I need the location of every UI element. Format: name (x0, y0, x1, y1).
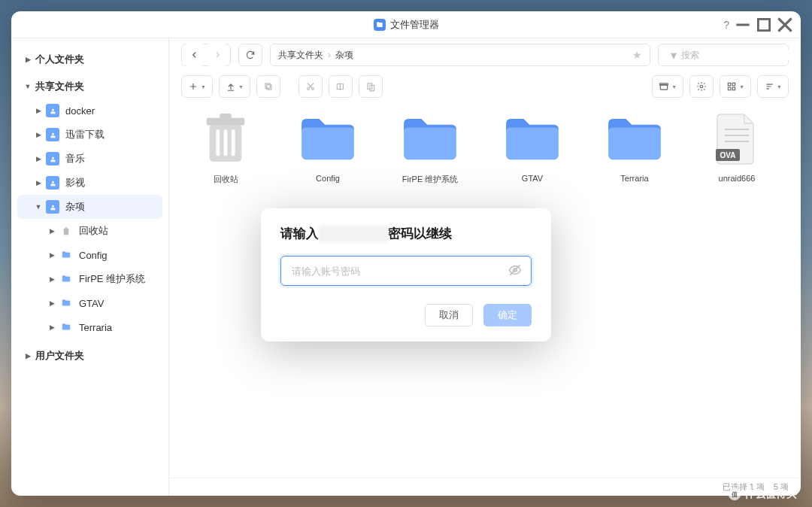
sidebar-item-terraria[interactable]: ▶ Terraria (17, 315, 162, 339)
caret-right-icon: ▶ (47, 275, 56, 283)
forward-button[interactable] (206, 44, 229, 66)
sidebar-item-music[interactable]: ▶ 音乐 (17, 147, 162, 171)
help-icon[interactable]: ? (723, 19, 729, 31)
password-input[interactable] (292, 266, 501, 277)
sidebar-item-config[interactable]: ▶ Config (17, 243, 162, 267)
breadcrumb-sep-icon: › (328, 50, 331, 60)
upload-button[interactable]: ▼ (219, 75, 250, 98)
sidebar-section-personal[interactable]: ▶ 个人文件夹 (17, 47, 162, 71)
grid-item-gtav[interactable]: GTAV (491, 109, 574, 185)
paste-button[interactable] (359, 75, 383, 98)
share-folder-icon (46, 200, 59, 214)
caret-right-icon: ▶ (34, 107, 43, 114)
eye-icon[interactable] (508, 263, 522, 279)
sidebar-item-recycle[interactable]: ▶ 回收站 (17, 219, 162, 243)
sidebar-item-label: 影视 (65, 176, 85, 190)
breadcrumb-segment[interactable]: 共享文件夹 (278, 49, 323, 62)
search-dropdown-icon[interactable]: ▾ (671, 48, 677, 62)
sidebar-item-video[interactable]: ▶ 影视 (17, 171, 162, 195)
folder-icon (503, 116, 562, 162)
sidebar-section-label: 共享文件夹 (35, 80, 84, 93)
ova-file-icon: OVA (716, 113, 758, 165)
copy-button[interactable] (256, 75, 280, 98)
sidebar-item-label: 迅雷下载 (65, 128, 105, 141)
svg-rect-8 (267, 85, 271, 90)
svg-rect-20 (732, 83, 735, 86)
action-toolbar: ▼ ▼ (169, 71, 801, 102)
share-folder-icon (46, 128, 59, 141)
share-folder-icon (46, 104, 59, 117)
svg-rect-1 (758, 19, 769, 30)
caret-right-icon: ▶ (34, 155, 43, 162)
settings-button[interactable] (689, 75, 714, 98)
grid-item-label: GTAV (522, 174, 543, 183)
trash-icon (203, 114, 248, 165)
cut-button[interactable] (298, 75, 323, 98)
sidebar-section-users[interactable]: ▶ 用户文件夹 (17, 344, 162, 368)
rename-button[interactable] (329, 75, 353, 98)
share-folder-icon (46, 152, 59, 165)
back-button[interactable] (183, 44, 206, 66)
caret-down-icon: ▼ (34, 203, 43, 211)
favorite-star-icon[interactable]: ★ (632, 49, 642, 61)
svg-rect-34 (506, 128, 559, 160)
svg-rect-22 (732, 87, 735, 90)
breadcrumb-segment[interactable]: 杂项 (335, 49, 353, 62)
grid-item-firpe[interactable]: FirPE 维护系统 (389, 109, 471, 185)
sidebar-item-firpe[interactable]: ▶ FirPE 维护系统 (17, 267, 162, 291)
svg-rect-19 (728, 83, 731, 86)
svg-rect-33 (404, 128, 456, 160)
sidebar-item-label: Terraria (79, 322, 112, 333)
svg-point-11 (311, 87, 314, 90)
search-box[interactable]: ▾ (658, 44, 789, 66)
caret-right-icon: ▶ (47, 299, 56, 307)
folder-icon (59, 320, 73, 334)
sidebar-item-label: 音乐 (65, 152, 85, 165)
dropdown-caret-icon: ▼ (671, 84, 677, 90)
breadcrumb[interactable]: 共享文件夹 › 杂项 ★ (270, 44, 650, 66)
svg-text:值: 值 (731, 491, 738, 498)
app-window: 文件管理器 ? ▶ 个人文件夹 ▼ 共享文件夹 (11, 11, 801, 496)
dropdown-caret-icon: ▼ (777, 84, 782, 90)
folder-icon (605, 116, 664, 162)
grid-item-config[interactable]: Config (286, 109, 369, 185)
sidebar-item-gtav[interactable]: ▶ GTAV (17, 291, 162, 315)
svg-rect-31 (232, 129, 235, 156)
password-input-wrap[interactable] (280, 256, 532, 286)
sidebar-section-shared[interactable]: ▼ 共享文件夹 (17, 74, 162, 99)
search-input[interactable] (681, 50, 794, 60)
statusbar: 已选择 1 项 5 项 (169, 478, 801, 496)
refresh-button[interactable] (238, 44, 262, 66)
watermark: 值 什么值得买 (728, 487, 797, 501)
grid-item-label: unraid666 (719, 174, 756, 183)
close-button[interactable] (775, 15, 795, 35)
modal-title: 请输入密码以继续 (280, 225, 532, 242)
confirm-button[interactable]: 确定 (483, 304, 532, 326)
titlebar: 文件管理器 ? (11, 11, 801, 38)
caret-right-icon: ▶ (47, 251, 56, 259)
sidebar-item-docker[interactable]: ▶ docker (17, 99, 162, 123)
trash-icon (59, 224, 73, 238)
share-folder-icon (46, 176, 59, 190)
grid-item-ova[interactable]: OVA unraid666 (695, 109, 778, 185)
sidebar-item-label: 回收站 (79, 224, 108, 238)
cancel-button[interactable]: 取消 (425, 304, 473, 326)
view-grid-button[interactable]: ▼ (720, 75, 751, 98)
svg-text:OVA: OVA (720, 151, 736, 159)
caret-down-icon: ▼ (23, 83, 32, 90)
dropdown-caret-icon: ▼ (238, 84, 244, 90)
grid-item-recycle[interactable]: 回收站 (184, 109, 267, 185)
grid-item-terraria[interactable]: Terraria (593, 109, 676, 185)
archive-button[interactable]: ▼ (652, 75, 683, 98)
sidebar-item-misc[interactable]: ▼ 杂项 (17, 195, 162, 219)
sidebar-item-label: 杂项 (65, 200, 85, 214)
svg-point-18 (700, 85, 703, 88)
new-button[interactable]: ▼ (181, 75, 213, 98)
sort-button[interactable]: ▼ (757, 75, 789, 98)
maximize-button[interactable] (754, 15, 774, 35)
grid-item-label: 回收站 (214, 174, 238, 185)
minimize-button[interactable] (733, 15, 753, 35)
svg-rect-28 (220, 114, 232, 120)
sidebar-item-label: Config (79, 250, 108, 261)
sidebar-item-xunlei[interactable]: ▶ 迅雷下载 (17, 123, 162, 147)
